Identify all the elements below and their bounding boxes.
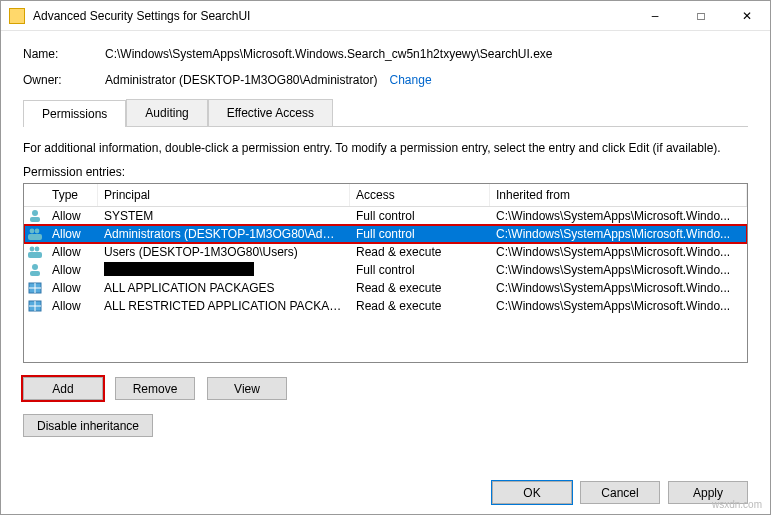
security-settings-window: Advanced Security Settings for SearchUI … [0, 0, 771, 515]
principal-icon [24, 299, 46, 313]
folder-icon [9, 8, 25, 24]
cell-inherited: C:\Windows\SystemApps\Microsoft.Windo... [490, 208, 747, 224]
principal-icon [24, 227, 46, 241]
principal-icon [24, 281, 46, 295]
cell-principal: SYSTEM [98, 208, 350, 224]
cell-access: Full control [350, 208, 490, 224]
redacted-principal [104, 262, 254, 276]
svg-point-8 [32, 264, 38, 270]
table-row[interactable]: AllowFull controlC:\Windows\SystemApps\M… [24, 261, 747, 279]
svg-point-0 [32, 210, 38, 216]
cell-principal: ALL RESTRICTED APPLICATION PACKAGES [98, 298, 350, 314]
cell-access: Read & execute [350, 298, 490, 314]
svg-point-5 [30, 247, 35, 252]
table-row[interactable]: AllowSYSTEMFull controlC:\Windows\System… [24, 207, 747, 225]
cell-type: Allow [46, 226, 98, 242]
name-label: Name: [23, 47, 105, 61]
cell-inherited: C:\Windows\SystemApps\Microsoft.Windo... [490, 280, 747, 296]
cell-inherited: C:\Windows\SystemApps\Microsoft.Windo... [490, 226, 747, 242]
principal-icon [24, 209, 46, 223]
cell-type: Allow [46, 208, 98, 224]
cell-access: Read & execute [350, 280, 490, 296]
name-value: C:\Windows\SystemApps\Microsoft.Windows.… [105, 47, 553, 61]
disable-inheritance-button[interactable]: Disable inheritance [23, 414, 153, 437]
header-principal[interactable]: Principal [98, 184, 350, 206]
table-row[interactable]: AllowAdministrators (DESKTOP-1M3OG80\Adm… [24, 225, 747, 243]
window-controls: – □ ✕ [632, 1, 770, 31]
tab-strip: Permissions Auditing Effective Access [23, 99, 748, 127]
name-field: Name: C:\Windows\SystemApps\Microsoft.Wi… [23, 47, 748, 61]
permission-entries-label: Permission entries: [23, 165, 748, 179]
cell-principal: ALL APPLICATION PACKAGES [98, 280, 350, 296]
principal-icon [24, 263, 46, 277]
svg-rect-7 [28, 252, 42, 258]
svg-rect-4 [28, 234, 42, 240]
svg-rect-9 [30, 271, 40, 276]
watermark: wsxdn.com [712, 499, 762, 510]
cell-access: Full control [350, 226, 490, 242]
cell-type: Allow [46, 298, 98, 314]
owner-field: Owner: Administrator (DESKTOP-1M3OG80\Ad… [23, 73, 748, 87]
view-button[interactable]: View [207, 377, 287, 400]
cell-access: Read & execute [350, 244, 490, 260]
table-header: Type Principal Access Inherited from [24, 184, 747, 207]
owner-label: Owner: [23, 73, 105, 87]
entry-buttons: Add Remove View [23, 377, 748, 400]
remove-button[interactable]: Remove [115, 377, 195, 400]
svg-point-3 [35, 229, 40, 234]
svg-point-6 [35, 247, 40, 252]
inheritance-buttons: Disable inheritance [23, 414, 748, 437]
svg-point-2 [30, 229, 35, 234]
table-row[interactable]: AllowALL APPLICATION PACKAGESRead & exec… [24, 279, 747, 297]
principal-icon [24, 245, 46, 259]
cancel-button[interactable]: Cancel [580, 481, 660, 504]
info-text: For additional information, double-click… [23, 141, 748, 155]
cell-principal: Administrators (DESKTOP-1M3OG80\Admi... [98, 226, 350, 242]
window-title: Advanced Security Settings for SearchUI [33, 9, 632, 23]
owner-value: Administrator (DESKTOP-1M3OG80\Administr… [105, 73, 378, 87]
cell-inherited: C:\Windows\SystemApps\Microsoft.Windo... [490, 244, 747, 260]
cell-inherited: C:\Windows\SystemApps\Microsoft.Windo... [490, 262, 747, 278]
tab-auditing[interactable]: Auditing [126, 99, 207, 126]
cell-type: Allow [46, 280, 98, 296]
cell-type: Allow [46, 244, 98, 260]
titlebar: Advanced Security Settings for SearchUI … [1, 1, 770, 31]
tab-permissions[interactable]: Permissions [23, 100, 126, 127]
cell-inherited: C:\Windows\SystemApps\Microsoft.Windo... [490, 298, 747, 314]
cell-principal: Users (DESKTOP-1M3OG80\Users) [98, 244, 350, 260]
header-access[interactable]: Access [350, 184, 490, 206]
table-body: AllowSYSTEMFull controlC:\Windows\System… [24, 207, 747, 315]
cell-access: Full control [350, 262, 490, 278]
permissions-table[interactable]: Type Principal Access Inherited from All… [23, 183, 748, 363]
cell-principal [98, 261, 350, 280]
minimize-button[interactable]: – [632, 1, 678, 31]
svg-rect-1 [30, 217, 40, 222]
header-type[interactable]: Type [46, 184, 98, 206]
table-row[interactable]: AllowALL RESTRICTED APPLICATION PACKAGES… [24, 297, 747, 315]
table-row[interactable]: AllowUsers (DESKTOP-1M3OG80\Users)Read &… [24, 243, 747, 261]
ok-button[interactable]: OK [492, 481, 572, 504]
maximize-button[interactable]: □ [678, 1, 724, 31]
close-button[interactable]: ✕ [724, 1, 770, 31]
cell-type: Allow [46, 262, 98, 278]
add-button[interactable]: Add [23, 377, 103, 400]
change-owner-link[interactable]: Change [390, 73, 432, 87]
content-area: Name: C:\Windows\SystemApps\Microsoft.Wi… [1, 31, 770, 447]
dialog-buttons: OK Cancel Apply [492, 481, 748, 504]
header-inherited[interactable]: Inherited from [490, 184, 747, 206]
header-icon [24, 184, 46, 206]
tab-effective-access[interactable]: Effective Access [208, 99, 333, 126]
